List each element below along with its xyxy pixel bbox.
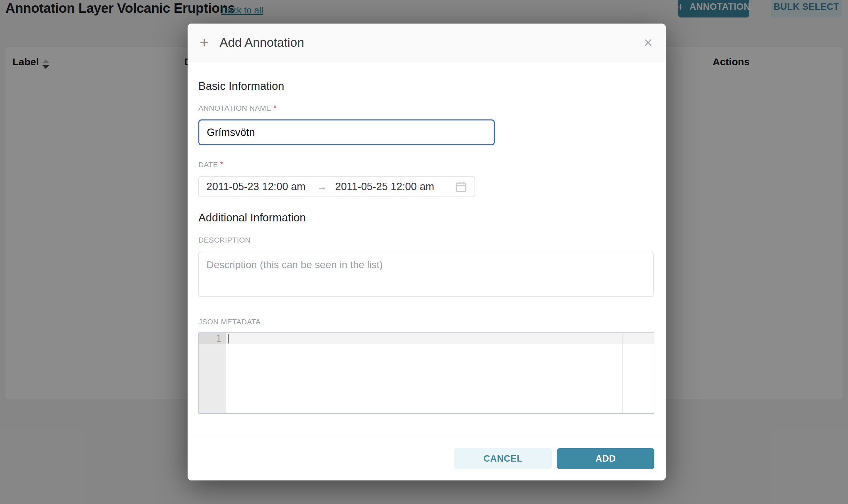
description-textarea[interactable]: [198, 252, 654, 297]
add-button[interactable]: ADD: [557, 448, 654, 469]
calendar-icon: [455, 181, 467, 193]
editor-gutter: [199, 333, 226, 413]
annotation-name-label: ANNOTATION NAME*: [198, 103, 277, 113]
editor-line-number: 1: [199, 333, 226, 344]
modal-footer: CANCEL ADD: [188, 436, 666, 481]
add-annotation-modal: + Add Annotation ✕ Basic Information ANN…: [188, 23, 666, 481]
modal-header: + Add Annotation ✕: [188, 23, 666, 62]
editor-cursor: [228, 334, 229, 343]
required-asterisk: *: [274, 103, 277, 112]
editor-active-line: [226, 333, 654, 344]
annotation-name-label-text: ANNOTATION NAME: [198, 104, 272, 112]
close-icon[interactable]: ✕: [644, 37, 653, 49]
description-label: DESCRIPTION: [198, 236, 250, 245]
date-start-value[interactable]: 2011-05-23 12:00 am: [206, 181, 306, 193]
annotation-name-input[interactable]: [198, 120, 495, 145]
json-metadata-editor[interactable]: 1: [198, 332, 654, 414]
plus-icon: +: [200, 35, 209, 50]
additional-information-heading: Additional Information: [198, 211, 306, 224]
date-label-text: DATE: [198, 161, 218, 169]
screen: Annotation Layer Volcanic Eruptions Back…: [0, 0, 848, 504]
json-metadata-label: JSON METADATA: [198, 318, 261, 326]
modal-title: Add Annotation: [220, 36, 304, 50]
arrow-right-icon: →: [317, 181, 327, 193]
editor-print-margin: [622, 333, 623, 413]
date-end-value[interactable]: 2011-05-25 12:00 am: [335, 181, 434, 193]
required-asterisk: *: [220, 160, 224, 169]
date-label: DATE*: [198, 160, 223, 169]
date-range-picker[interactable]: 2011-05-23 12:00 am → 2011-05-25 12:00 a…: [198, 176, 475, 197]
cancel-button[interactable]: CANCEL: [454, 448, 552, 469]
basic-information-heading: Basic Information: [198, 80, 284, 92]
